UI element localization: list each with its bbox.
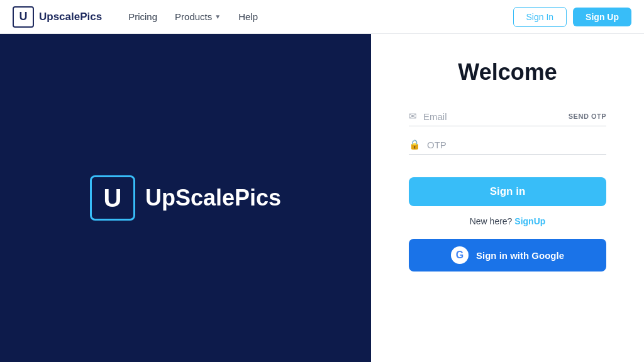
navbar-logo: U UpscalePics <box>13 6 102 28</box>
nav-link-products-label: Products <box>175 11 212 22</box>
chevron-down-icon: ▼ <box>214 13 221 20</box>
navbar-actions: Sign In Sign Up <box>513 7 631 27</box>
google-sign-in-button[interactable]: G Sign in with Google <box>409 239 606 272</box>
new-here-text: New here? SignUp <box>470 216 546 226</box>
nav-link-products[interactable]: Products ▼ <box>167 8 228 26</box>
left-panel: U UpScalePics <box>0 34 371 362</box>
brand-name: UpScalePics <box>145 185 281 211</box>
email-form-row: ✉ SEND OTP <box>409 111 606 126</box>
right-panel: Welcome ✉ SEND OTP 🔒 Sign in New here? S… <box>371 34 644 362</box>
signup-link[interactable]: SignUp <box>514 216 545 226</box>
email-form-group: ✉ SEND OTP <box>409 111 606 126</box>
welcome-title: Welcome <box>458 59 557 85</box>
logo-icon: U <box>13 6 34 28</box>
otp-form-row: 🔒 <box>409 139 606 155</box>
lock-icon: 🔒 <box>409 139 421 150</box>
logo-text: UpscalePics <box>39 11 102 23</box>
brand-logo: U UpScalePics <box>90 175 281 221</box>
otp-form-group: 🔒 <box>409 139 606 155</box>
nav-links: Pricing Products ▼ Help <box>121 8 513 26</box>
nav-link-pricing[interactable]: Pricing <box>121 8 165 26</box>
main-content: U UpScalePics Welcome ✉ SEND OTP 🔒 Sign … <box>0 34 644 362</box>
email-input[interactable] <box>423 111 562 122</box>
nav-link-help[interactable]: Help <box>231 8 265 26</box>
nav-link-pricing-label: Pricing <box>128 11 157 22</box>
nav-link-help-label: Help <box>238 11 258 22</box>
send-otp-button[interactable]: SEND OTP <box>569 112 606 120</box>
navbar: U UpscalePics Pricing Products ▼ Help Si… <box>0 0 644 34</box>
otp-input[interactable] <box>427 140 606 150</box>
google-icon: G <box>451 246 469 264</box>
email-icon: ✉ <box>409 111 417 122</box>
sign-in-button[interactable]: Sign In <box>513 7 567 27</box>
sign-up-button[interactable]: Sign Up <box>573 8 631 26</box>
sign-in-submit-button[interactable]: Sign in <box>409 177 606 206</box>
new-here-label: New here? <box>470 216 513 226</box>
google-button-label: Sign in with Google <box>476 250 564 261</box>
brand-logo-icon: U <box>90 175 135 221</box>
google-g-letter: G <box>456 250 464 261</box>
